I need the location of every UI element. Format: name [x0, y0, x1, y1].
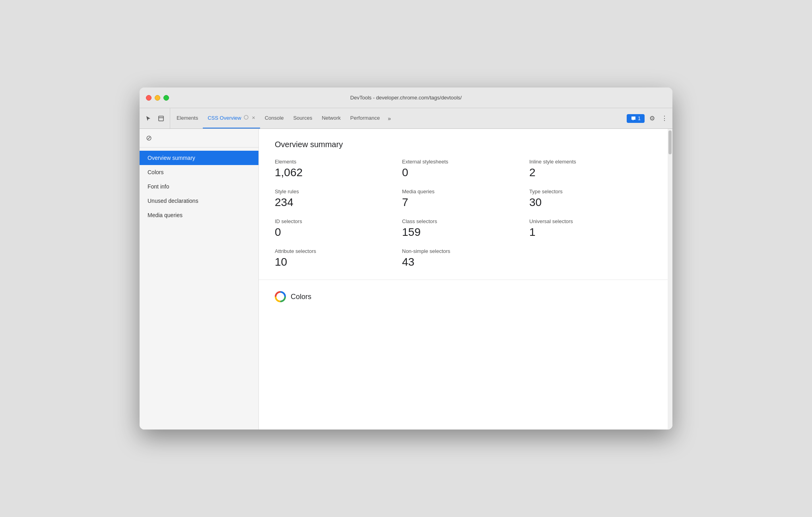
- main-content: Overview summary Elements 1,062 External…: [259, 129, 672, 430]
- scrollbar-track[interactable]: [668, 129, 672, 430]
- sidebar-item-unused-declarations[interactable]: Unused declarations: [140, 194, 258, 208]
- stat-non-simple-selectors: Non-simple selectors 43: [402, 248, 529, 268]
- overview-summary-title: Overview summary: [275, 140, 657, 149]
- sidebar-item-media-queries[interactable]: Media queries: [140, 208, 258, 222]
- stat-class-selectors: Class selectors 159: [402, 218, 529, 239]
- overview-summary-section: Overview summary Elements 1,062 External…: [259, 129, 672, 280]
- sidebar-item-font-info[interactable]: Font info: [140, 179, 258, 194]
- traffic-lights: [146, 95, 169, 101]
- stat-inline-style-elements: Inline style elements 2: [529, 159, 657, 179]
- stat-media-queries: Media queries 7: [402, 189, 529, 209]
- stat-elements: Elements 1,062: [275, 159, 402, 179]
- settings-button[interactable]: ⚙: [648, 113, 657, 124]
- tabs-right-actions: 1 ⚙ ⋮: [627, 108, 669, 128]
- tab-close-icon[interactable]: ✕: [252, 115, 255, 121]
- tab-network[interactable]: Network: [317, 108, 346, 128]
- content-area: ⊘ Overview summary Colors Font info Unus…: [140, 129, 672, 430]
- tab-performance[interactable]: Performance: [346, 108, 385, 128]
- chat-button[interactable]: 1: [627, 114, 645, 123]
- sidebar-item-colors[interactable]: Colors: [140, 165, 258, 179]
- record-icon: [244, 115, 249, 121]
- sidebar-top: ⊘: [140, 129, 258, 148]
- sidebar-nav: Overview summary Colors Font info Unused…: [140, 148, 258, 430]
- svg-rect-0: [159, 116, 163, 121]
- stat-universal-selectors: Universal selectors 1: [529, 218, 657, 239]
- colors-icon: [275, 291, 286, 302]
- cursor-icon[interactable]: [143, 113, 154, 124]
- devtools-window: DevTools - developer.chrome.com/tags/dev…: [140, 87, 672, 430]
- sidebar: ⊘ Overview summary Colors Font info Unus…: [140, 129, 259, 430]
- colors-header: Colors: [275, 291, 657, 302]
- tab-sources[interactable]: Sources: [288, 108, 317, 128]
- tab-css-overview[interactable]: CSS Overview ✕: [203, 108, 260, 128]
- more-options-button[interactable]: ⋮: [660, 113, 669, 124]
- stat-attribute-selectors: Attribute selectors 10: [275, 248, 402, 268]
- minimize-button[interactable]: [155, 95, 160, 101]
- stat-id-selectors: ID selectors 0: [275, 218, 402, 239]
- stat-style-rules: Style rules 234: [275, 189, 402, 209]
- toolbar-icons: [143, 108, 170, 128]
- stat-external-stylesheets: External stylesheets 0: [402, 159, 529, 179]
- close-button[interactable]: [146, 95, 152, 101]
- block-icon: ⊘: [146, 134, 152, 142]
- more-tabs-button[interactable]: »: [385, 108, 394, 128]
- tab-elements[interactable]: Elements: [172, 108, 203, 128]
- colors-section: Colors: [259, 280, 672, 313]
- maximize-button[interactable]: [163, 95, 169, 101]
- stats-grid: Elements 1,062 External stylesheets 0 In…: [275, 159, 657, 268]
- tabs-bar: Elements CSS Overview ✕ Console Sources …: [140, 108, 672, 129]
- svg-point-2: [244, 115, 248, 119]
- tab-console[interactable]: Console: [260, 108, 289, 128]
- dock-icon[interactable]: [155, 113, 167, 124]
- stat-type-selectors: Type selectors 30: [529, 189, 657, 209]
- colors-title: Colors: [291, 293, 311, 301]
- window-title: DevTools - developer.chrome.com/tags/dev…: [350, 95, 462, 101]
- title-bar: DevTools - developer.chrome.com/tags/dev…: [140, 87, 672, 108]
- scrollbar-thumb[interactable]: [668, 130, 672, 154]
- sidebar-item-overview-summary[interactable]: Overview summary: [140, 151, 258, 165]
